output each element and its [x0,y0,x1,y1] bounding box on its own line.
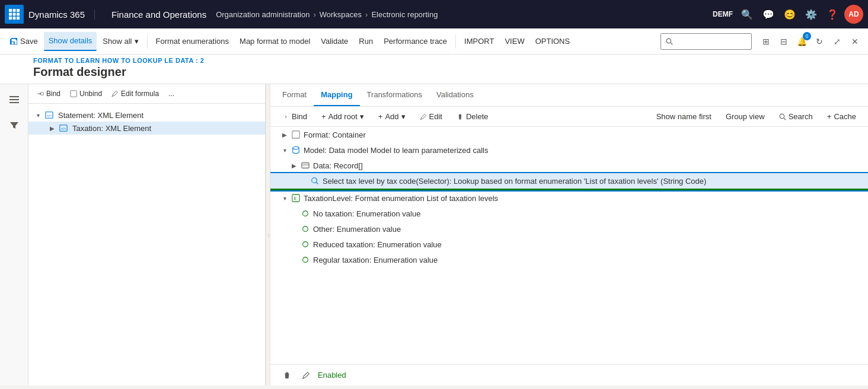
user-avatar[interactable]: AD [844,5,863,24]
view-button[interactable]: VIEW [500,32,529,51]
tab-validations[interactable]: Validations [429,84,481,106]
expand-format-container[interactable]: ▶ [280,130,289,139]
performance-trace-button[interactable]: Performance trace [379,32,452,51]
mapping-item-model-data[interactable]: ▾ Model: Data model Model to learn param… [270,142,868,158]
svg-rect-22 [292,131,299,138]
grid-view-btn[interactable]: ⊞ [758,33,774,50]
svg-rect-4 [13,13,16,16]
svg-rect-8 [17,17,20,20]
mapping-item-reduced[interactable]: Reduced taxation: Enumeration value [270,237,868,252]
mapping-item-regular[interactable]: Regular taxation: Enumeration value [270,252,868,267]
tree-node-taxation[interactable]: ▶ </> Taxation: XML Element [28,122,265,135]
lookup-icon [311,177,319,185]
enum-value-icon-1 [301,209,309,218]
delete-button[interactable]: Delete [452,110,493,123]
save-button[interactable]: Save [5,32,43,51]
tree-node-statement[interactable]: ▾ </> Statement: XML Element [28,109,265,122]
bind-button-mapping[interactable]: Bind [277,110,312,123]
bind-button-left[interactable]: Bind [33,88,64,100]
expand-btn[interactable]: ⤢ [829,33,845,50]
container-icon [292,130,300,139]
office-btn[interactable]: ⊟ [776,33,792,50]
bottom-bar: Enabled [270,364,868,385]
divider-handle[interactable]: ⋮ [266,84,270,385]
svg-line-27 [317,183,318,184]
breadcrumb-org[interactable]: Organization administration [216,10,309,19]
help-icon[interactable]: ❓ [823,5,842,24]
svg-rect-7 [13,17,16,20]
add-root-button[interactable]: + Add root ▾ [317,110,369,123]
tab-format[interactable]: Format [275,84,314,106]
format-container-label: Format: Container [304,130,366,139]
show-details-button[interactable]: Show details [44,32,97,51]
svg-text:</>: </> [61,126,66,130]
search-nav-icon[interactable]: 🔍 [738,5,757,24]
validate-button[interactable]: Validate [316,32,353,51]
filter-icon[interactable] [4,115,25,136]
cache-button[interactable]: + Cache [822,110,861,123]
mapping-item-select-tax[interactable]: Select tax level by tax code(Selector): … [270,173,868,190]
show-all-chevron: ▾ [135,37,139,46]
smiley-icon[interactable]: 😊 [780,5,799,24]
unbind-button[interactable]: Unbind [66,88,106,100]
cmd-divider-1 [147,34,148,49]
chat-icon[interactable]: 💬 [759,5,778,24]
show-name-first-button[interactable]: Show name first [652,110,716,123]
svg-rect-13 [9,102,19,103]
import-button[interactable]: IMPORT [459,32,499,51]
svg-rect-11 [9,96,19,97]
mapping-item-format-container[interactable]: ▶ Format: Container [270,127,868,142]
module-name: Finance and Operations [111,9,206,20]
run-button[interactable]: Run [354,32,378,51]
hamburger-menu-icon[interactable] [4,89,25,110]
more-button[interactable]: ... [165,88,178,100]
app-name: Dynamics 365 [28,9,95,20]
data-record-label: Data: Record[] [313,161,363,170]
search-button[interactable]: Search [774,110,818,123]
add-root-chevron: ▾ [360,112,364,121]
svg-point-26 [312,178,317,183]
svg-rect-6 [9,17,12,20]
tab-mapping[interactable]: Mapping [314,84,359,106]
add-button[interactable]: + Add ▾ [374,110,410,123]
mapping-item-taxation-level[interactable]: ▾ E TaxationLevel: Format enumeration Li… [270,190,868,206]
model-icon [292,146,300,154]
show-all-button[interactable]: Show all ▾ [98,32,143,51]
close-btn[interactable]: ✕ [847,33,863,50]
map-format-to-model-button[interactable]: Map format to model [235,32,315,51]
notification-badge: 0 [803,32,811,40]
command-search-box[interactable] [660,33,752,50]
edit-formula-button[interactable]: Edit formula [108,88,162,100]
mapping-item-other[interactable]: Other: Enumeration value [270,221,868,237]
mapping-item-no-taxation[interactable]: No taxation: Enumeration value [270,206,868,221]
breadcrumb-workspaces[interactable]: Workspaces [320,10,362,19]
enum-value-icon-2 [301,225,309,233]
tree-area: ▾ </> Statement: XML Element ▶ </> Taxat… [28,104,265,385]
mapping-toolbar: Bind + Add root ▾ + Add ▾ Edit Delete [270,107,868,127]
app-grid-icon[interactable] [5,5,24,24]
group-view-button[interactable]: Group view [721,110,770,123]
command-search-input[interactable] [675,37,746,46]
svg-line-10 [671,42,672,44]
options-button[interactable]: OPTIONS [531,32,575,51]
edit-bottom-btn[interactable] [299,368,313,382]
expand-statement-icon[interactable]: ▾ [33,110,43,120]
delete-bottom-btn[interactable] [280,368,294,382]
panel-toolbar: Bind Unbind Edit formula ... [28,84,265,104]
format-enumerations-button[interactable]: Format enumerations [151,32,234,51]
expand-taxation-level[interactable]: ▾ [280,193,289,203]
settings-icon[interactable]: ⚙️ [802,5,821,24]
breadcrumb-reporting[interactable]: Electronic reporting [371,10,438,19]
edit-button[interactable]: Edit [415,110,447,123]
tab-transformations[interactable]: Transformations [360,84,429,106]
expand-data-record[interactable]: ▶ [289,161,299,170]
regular-label: Regular taxation: Enumeration value [313,256,438,264]
tree-node-taxation-label: Taxation: XML Element [72,124,151,133]
svg-rect-3 [9,13,12,16]
refresh-btn[interactable]: ↻ [811,33,828,50]
taxation-level-label: TaxationLevel: Format enumeration List o… [304,194,498,203]
expand-taxation-icon[interactable]: ▶ [47,123,57,133]
expand-model-data[interactable]: ▾ [280,145,289,155]
tree-node-statement-label: Statement: XML Element [58,111,143,120]
mapping-item-data-record[interactable]: ▶ Data: Record[] [270,158,868,173]
